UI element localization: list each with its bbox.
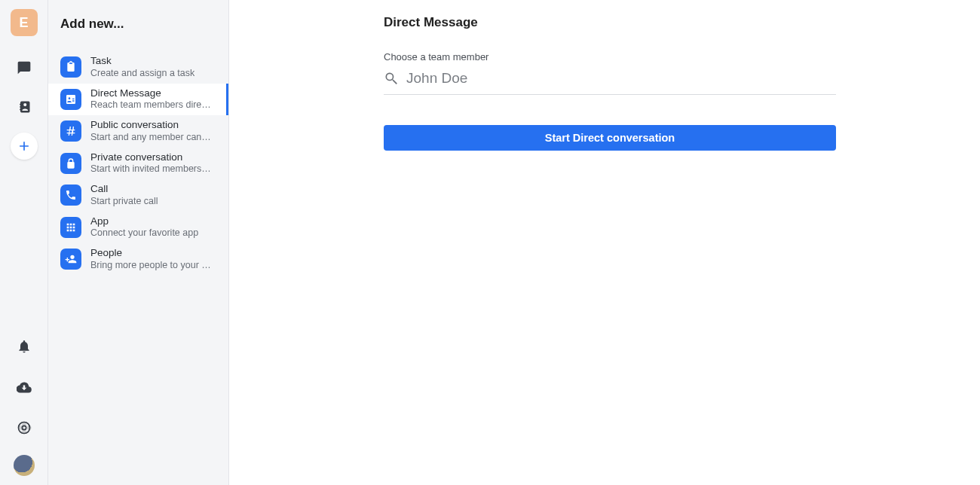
item-sub: Start and any member can jo… [90,132,211,144]
clipboard-icon [60,56,81,78]
lock-icon [60,153,81,174]
main-content: Direct Message Choose a team member Star… [229,0,980,485]
phone-icon [60,185,81,206]
item-title: People [90,247,211,260]
item-sub: Start private call [90,196,158,208]
nav-rail: E [0,0,48,485]
item-title: Public conversation [90,119,211,132]
item-app[interactable]: App Connect your favorite app [48,212,228,244]
item-call[interactable]: Call Start private call [48,179,228,212]
item-title: Private conversation [90,151,211,164]
add-button[interactable] [11,133,38,160]
item-sub: Bring more people to your te… [90,260,211,272]
search-icon [384,71,399,86]
mascot-icon[interactable] [14,455,35,476]
page-title: Direct Message [384,15,836,30]
add-new-list: Task Create and assign a task Direct Mes… [48,51,228,276]
member-search-input[interactable] [406,70,836,87]
item-title: Task [90,55,194,68]
messages-icon[interactable] [11,54,38,81]
id-card-icon [60,89,81,110]
item-private-conversation[interactable]: Private conversation Start with invited … [48,148,228,180]
hash-icon [60,120,81,142]
panel-title: Add new... [48,0,228,51]
item-sub: Create and assign a task [90,68,194,80]
contacts-icon[interactable] [11,93,38,120]
help-icon[interactable] [11,414,38,441]
person-add-icon [60,249,81,270]
item-task[interactable]: Task Create and assign a task [48,51,228,84]
notifications-icon[interactable] [11,333,38,360]
start-direct-conversation-button[interactable]: Start Direct conversation [384,125,836,151]
add-new-panel: Add new... Task Create and assign a task… [48,0,229,485]
item-direct-message[interactable]: Direct Message Reach team members direct… [48,84,228,116]
item-title: App [90,215,198,228]
field-label: Choose a team member [384,51,836,63]
workspace-avatar[interactable]: E [11,9,38,36]
item-title: Direct Message [90,87,211,100]
item-sub: Connect your favorite app [90,227,198,239]
svg-point-1 [22,426,26,429]
member-search-row [384,67,836,95]
item-public-conversation[interactable]: Public conversation Start and any member… [48,115,228,148]
item-people[interactable]: People Bring more people to your te… [48,243,228,276]
item-sub: Reach team members directly [90,99,211,111]
grid-icon [60,217,81,238]
item-sub: Start with invited members o… [90,163,211,175]
download-icon[interactable] [11,374,38,401]
item-title: Call [90,183,158,196]
